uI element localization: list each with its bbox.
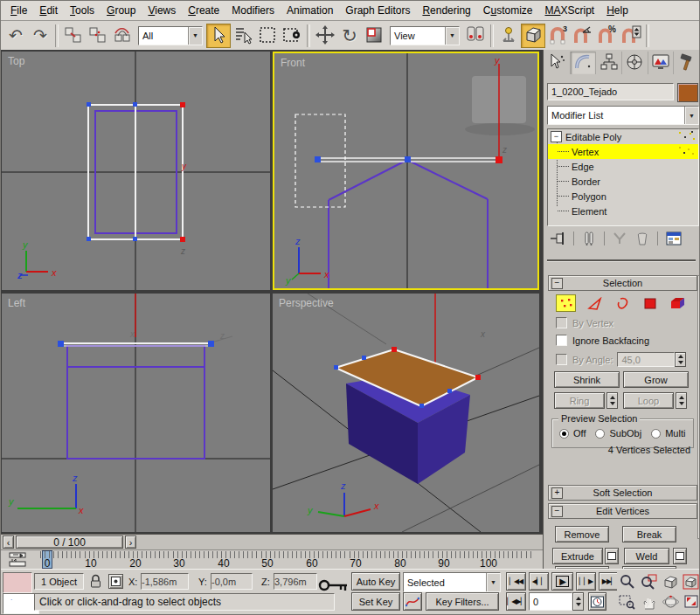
tab-hierarchy[interactable] (596, 52, 622, 74)
use-pivot-point-center-button[interactable] (463, 24, 488, 48)
zoom-extents-button[interactable] (661, 572, 681, 591)
pan-button[interactable] (639, 592, 659, 611)
keyboard-shortcut-override-toggle[interactable] (318, 577, 350, 595)
current-frame-field[interactable]: 0 (529, 592, 572, 611)
tab-motion[interactable] (622, 52, 648, 74)
set-key-button[interactable]: Set Key (351, 592, 400, 611)
menu-customize[interactable]: Customize (477, 3, 539, 18)
ignore-backfacing-checkbox-row[interactable]: Ignore Backfacing (556, 335, 649, 346)
menu-tools[interactable]: Tools (64, 3, 100, 18)
weld-settings-button[interactable] (673, 548, 687, 564)
time-slider-handle[interactable]: 0 / 100 (16, 536, 123, 549)
menu-group[interactable]: Group (100, 3, 142, 18)
zoom-region-button[interactable] (617, 592, 637, 611)
frame-spinner[interactable] (572, 592, 584, 611)
next-frame-button[interactable]: ▏▏▶ (576, 572, 596, 591)
viewport-top[interactable]: Top y z y x z (2, 52, 270, 290)
y-coordinate-field[interactable]: -0,0m (211, 573, 253, 590)
stack-item-edge[interactable]: Edge (548, 159, 698, 174)
select-and-rotate-button[interactable]: ↻ (337, 24, 362, 48)
shrink-button[interactable]: Shrink (554, 371, 620, 388)
selection-rollout-header[interactable]: −Selection (548, 275, 697, 291)
remove-modifier-button[interactable] (631, 231, 654, 245)
menu-modifiers[interactable]: Modifiers (225, 3, 281, 18)
select-and-manipulate-button[interactable] (496, 24, 521, 48)
grow-button[interactable]: Grow (623, 371, 689, 388)
arc-rotate-button[interactable] (661, 592, 681, 611)
tab-utilities[interactable] (674, 52, 700, 74)
object-name-field[interactable]: 1_0200_Tejado (547, 83, 674, 100)
select-and-scale-button[interactable] (362, 24, 386, 48)
open-mini-listener-button[interactable] (6, 552, 31, 569)
select-and-link-button[interactable] (61, 24, 86, 48)
soft-selection-rollout-header[interactable]: +Soft Selection (548, 485, 697, 501)
redo-button[interactable]: ↷ (28, 24, 52, 48)
modifier-list-dropdown[interactable]: Modifier List▼ (547, 106, 699, 125)
time-slider-next-button[interactable]: › (125, 536, 136, 549)
subobject-edge-button[interactable] (584, 294, 604, 312)
remove-button[interactable]: Remove (555, 526, 609, 542)
subobject-polygon-button[interactable] (640, 294, 660, 312)
tab-display[interactable] (648, 52, 675, 74)
menu-animation[interactable]: Animation (281, 3, 339, 18)
undo-button[interactable]: ↶ (3, 24, 28, 48)
select-and-move-button[interactable] (313, 24, 337, 48)
extrude-button[interactable]: Extrude (552, 548, 603, 564)
percent-snap-button[interactable]: % (594, 24, 619, 48)
menu-file[interactable]: File (4, 3, 33, 18)
stack-item-polygon[interactable]: Polygon (548, 189, 698, 204)
by-vertex-checkbox[interactable] (556, 317, 567, 328)
z-coordinate-field[interactable]: 3,796m (274, 573, 317, 590)
macro-recorder-pane[interactable] (3, 572, 32, 593)
subobject-vertex-button[interactable] (556, 294, 576, 312)
play-animation-button[interactable]: ▶ (551, 572, 573, 591)
menu-maxscript[interactable]: MAXScript (539, 3, 601, 18)
menu-views[interactable]: Views (142, 3, 182, 18)
zoom-extents-all-button[interactable] (682, 572, 700, 591)
break-button[interactable]: Break (622, 526, 676, 542)
key-filters-button[interactable]: Key Filters... (426, 592, 499, 611)
menu-edit[interactable]: Edit (33, 3, 64, 18)
extrude-settings-button[interactable] (605, 548, 619, 564)
viewport-left[interactable]: Left x z z y x (2, 294, 270, 532)
stack-item-editable-poly[interactable]: − Editable Poly (548, 129, 698, 144)
previous-frame-button[interactable]: ◀▏▏ (529, 572, 549, 591)
preview-subobj-radio[interactable] (595, 429, 605, 439)
angle-value-field[interactable]: 45,0 (617, 352, 675, 367)
bind-to-space-warp-button[interactable] (110, 24, 135, 48)
configure-modifier-sets-button[interactable] (662, 231, 686, 245)
time-configuration-button[interactable] (588, 592, 606, 611)
maximize-viewport-toggle-button[interactable] (682, 592, 700, 611)
preview-off-radio[interactable] (559, 429, 569, 439)
stack-item-vertex-selected[interactable]: Vertex (548, 144, 698, 159)
tab-create[interactable] (544, 52, 571, 74)
ring-button[interactable]: Ring (554, 392, 605, 409)
rectangular-selection-region-button[interactable] (255, 24, 280, 48)
time-slider-track[interactable]: ‹ 0 / 100 › (1, 534, 543, 550)
selection-set-dropdown[interactable]: Selected▼ (403, 572, 501, 592)
tab-modify[interactable] (571, 52, 597, 74)
selection-lock-toggle[interactable] (89, 574, 102, 591)
track-bar[interactable]: 0 10 20 30 40 50 60 70 80 90 100 (1, 549, 543, 570)
menu-graph-editors[interactable]: Graph Editors (339, 3, 416, 18)
zoom-all-button[interactable] (639, 572, 659, 591)
reference-coordinate-dropdown[interactable]: View▼ (390, 26, 460, 45)
zoom-button[interactable] (617, 572, 637, 591)
absolute-offset-toggle[interactable] (108, 574, 123, 589)
ring-spinner[interactable] (606, 392, 618, 409)
default-in-out-tangents-button[interactable] (403, 592, 422, 611)
menu-help[interactable]: Help (600, 3, 634, 18)
snaps-toggle-button[interactable] (521, 24, 545, 48)
stack-item-element[interactable]: Element (548, 204, 698, 218)
by-vertex-checkbox-row[interactable]: By Vertex (556, 317, 613, 328)
ignore-backfacing-checkbox[interactable] (556, 335, 567, 346)
snap-3d-button[interactable]: 3 (545, 24, 570, 48)
auto-key-button[interactable]: Auto Key (351, 572, 400, 591)
menu-create[interactable]: Create (182, 3, 225, 18)
subobject-element-button[interactable] (668, 294, 688, 312)
object-color-swatch[interactable] (677, 83, 698, 102)
edit-vertices-rollout-header[interactable]: −Edit Vertices (548, 503, 697, 519)
collapse-minus-icon[interactable]: − (551, 131, 562, 142)
stack-item-border[interactable]: Border (548, 174, 698, 189)
menu-rendering[interactable]: Rendering (416, 3, 476, 18)
